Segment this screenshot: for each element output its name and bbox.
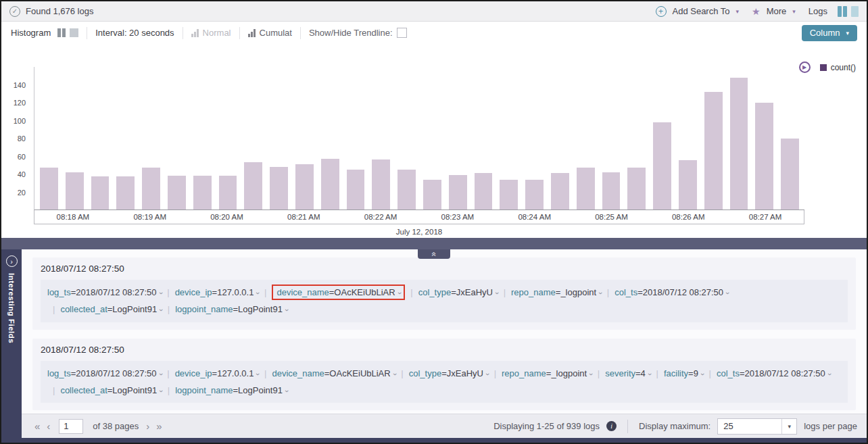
log-field-collected_at[interactable]: collected_at=LogPoint91› xyxy=(60,385,162,395)
field-dropdown-icon[interactable]: › xyxy=(153,373,168,376)
field-dropdown-icon[interactable]: › xyxy=(720,292,734,295)
histogram-bar[interactable] xyxy=(219,176,237,209)
field-dropdown-icon[interactable]: › xyxy=(593,292,607,295)
log-field-repo_name[interactable]: repo_name=_logpoint› xyxy=(502,368,592,378)
split-view-button[interactable] xyxy=(838,6,847,17)
more-caret-icon[interactable]: ▾ xyxy=(792,8,796,15)
field-name: col_ts xyxy=(717,368,740,378)
trendline-checkbox[interactable] xyxy=(397,28,407,38)
histogram-bar[interactable] xyxy=(397,170,416,209)
field-dropdown-icon[interactable]: › xyxy=(822,373,836,376)
histogram-bar[interactable] xyxy=(372,159,390,209)
single-view-button[interactable] xyxy=(851,6,859,17)
interesting-fields-label: Interesting Fields xyxy=(7,273,16,343)
histogram-bar[interactable] xyxy=(449,175,467,209)
display-maximum-select[interactable]: 25 ▾ xyxy=(717,418,797,435)
log-field-facility[interactable]: facility=9› xyxy=(664,368,704,378)
page-input[interactable] xyxy=(59,419,83,434)
histogram-bar[interactable] xyxy=(551,173,569,209)
y-tick-label: 100 xyxy=(14,117,26,125)
next-page-button[interactable]: › xyxy=(143,420,153,432)
log-field-col_type[interactable]: col_type=JxEaHyU› xyxy=(418,287,498,297)
add-search-to-button[interactable]: Add Search To xyxy=(673,6,730,16)
log-field-repo_name[interactable]: repo_name=_logpoint› xyxy=(511,287,602,297)
histogram-bar[interactable] xyxy=(193,176,212,209)
field-dropdown-icon[interactable]: › xyxy=(251,292,265,295)
log-field-logpoint_name[interactable]: logpoint_name=LogPoint91› xyxy=(175,304,287,314)
histogram-bar[interactable] xyxy=(423,180,441,209)
field-dropdown-icon[interactable]: › xyxy=(279,309,293,312)
histogram-bar[interactable] xyxy=(321,159,339,209)
histogram-bar[interactable] xyxy=(295,164,314,209)
field-name: col_ts xyxy=(614,287,637,297)
log-field-logpoint_name[interactable]: logpoint_name=LogPoint91› xyxy=(175,385,287,395)
histogram-bar[interactable] xyxy=(627,168,646,209)
field-value: =OAcKEiUbLiAR xyxy=(329,287,395,297)
histogram-bar[interactable] xyxy=(347,170,365,209)
field-dropdown-icon[interactable]: › xyxy=(583,373,598,376)
field-dropdown-icon[interactable]: › xyxy=(642,373,656,376)
log-field-device_ip[interactable]: device_ip=127.0.0.1› xyxy=(175,287,259,297)
normal-mode-button[interactable]: Normal xyxy=(191,28,231,38)
log-field-device_ip[interactable]: device_ip=127.0.0.1› xyxy=(175,368,259,378)
field-dropdown-icon[interactable]: › xyxy=(387,373,402,376)
histogram-bar[interactable] xyxy=(653,122,671,209)
y-tick-label: 80 xyxy=(18,134,26,143)
field-dropdown-icon[interactable]: › xyxy=(279,390,293,393)
histogram-bar[interactable] xyxy=(679,160,697,209)
log-field-severity[interactable]: severity=4› xyxy=(605,368,650,378)
histogram-bar[interactable] xyxy=(781,139,799,210)
field-dropdown-icon[interactable]: › xyxy=(480,373,494,376)
log-field-col_type[interactable]: col_type=JxEaHyU› xyxy=(409,368,489,378)
info-icon[interactable]: i xyxy=(606,421,617,431)
field-value: =OAcKEiUbLiAR xyxy=(324,368,391,378)
interesting-fields-sidebar[interactable]: › Interesting Fields xyxy=(1,249,22,438)
histogram-view-toggle-icon[interactable] xyxy=(57,28,66,37)
log-field-device_name[interactable]: device_name=OAcKEiUbLiAR› xyxy=(272,368,395,378)
histogram-bar[interactable] xyxy=(244,162,262,209)
histogram-bar[interactable] xyxy=(116,176,135,209)
field-dropdown-icon[interactable]: › xyxy=(251,373,265,376)
block-view-toggle-icon[interactable] xyxy=(70,28,78,37)
field-dropdown-icon[interactable]: › xyxy=(489,292,504,295)
field-dropdown-icon[interactable]: › xyxy=(392,292,406,295)
histogram-bar[interactable] xyxy=(755,103,773,209)
expand-fields-icon[interactable]: › xyxy=(6,255,18,267)
field-dropdown-icon[interactable]: › xyxy=(153,292,168,295)
histogram-bar[interactable] xyxy=(168,176,186,209)
add-search-caret-icon[interactable]: ▾ xyxy=(736,8,740,15)
last-page-button[interactable]: » xyxy=(153,420,165,432)
collapse-chart-button[interactable]: « xyxy=(418,249,450,259)
log-field-log_ts[interactable]: log_ts=2018/07/12 08:27:50› xyxy=(47,368,162,378)
field-dropdown-icon[interactable]: › xyxy=(153,390,168,393)
field-dropdown-icon[interactable]: › xyxy=(153,309,168,312)
log-field-log_ts[interactable]: log_ts=2018/07/12 08:27:50› xyxy=(47,287,162,297)
histogram-bar[interactable] xyxy=(500,180,518,209)
histogram-bar[interactable] xyxy=(730,78,748,209)
histogram-bar[interactable] xyxy=(704,92,723,209)
histogram-bar[interactable] xyxy=(577,168,595,209)
field-name: severity xyxy=(605,368,635,378)
field-value: =_logpoint xyxy=(556,287,596,297)
histogram-bar[interactable] xyxy=(40,168,58,209)
log-field-collected_at[interactable]: collected_at=LogPoint91› xyxy=(60,304,162,314)
interval-label: Interval: 20 seconds xyxy=(95,28,174,38)
log-field-col_ts[interactable]: col_ts=2018/07/12 08:27:50› xyxy=(717,368,831,378)
more-button[interactable]: More xyxy=(767,6,787,16)
first-page-button[interactable]: « xyxy=(31,420,43,432)
histogram-bar[interactable] xyxy=(91,176,110,209)
cumulative-mode-button[interactable]: Cumulat xyxy=(248,28,292,38)
histogram-bar[interactable] xyxy=(602,172,621,209)
log-field-col_ts[interactable]: col_ts=2018/07/12 08:27:50› xyxy=(614,287,729,297)
prev-page-button[interactable]: ‹ xyxy=(43,420,53,432)
histogram-bar[interactable] xyxy=(270,167,288,209)
histogram-bar[interactable] xyxy=(525,180,544,209)
histogram-bar[interactable] xyxy=(142,168,160,209)
bottom-strip xyxy=(1,438,867,443)
histogram-bar[interactable] xyxy=(66,172,84,209)
divider xyxy=(300,27,301,39)
field-dropdown-icon[interactable]: › xyxy=(695,373,709,376)
log-field-device_name[interactable]: device_name=OAcKEiUbLiAR› xyxy=(272,285,405,300)
column-dropdown-button[interactable]: Column ▾ xyxy=(802,25,857,41)
histogram-bar[interactable] xyxy=(475,173,493,209)
